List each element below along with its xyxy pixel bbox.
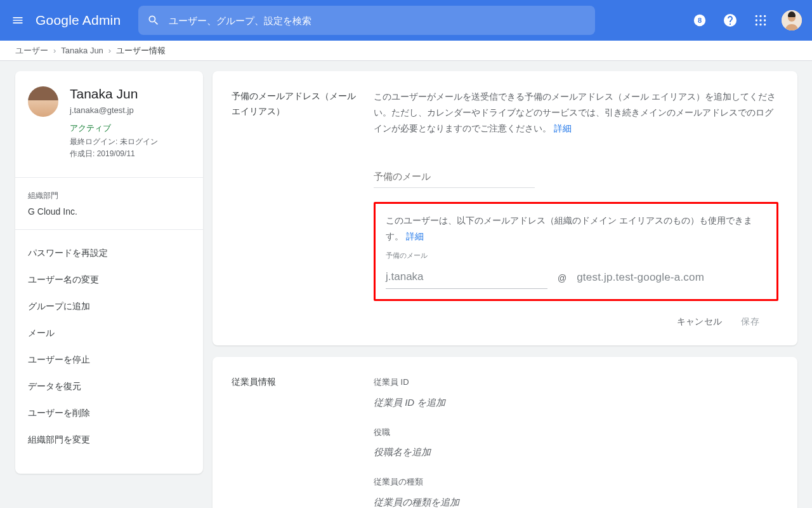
- action-rename-user[interactable]: ユーザー名の変更: [15, 267, 203, 293]
- user-email: j.tanaka@gtest.jp: [70, 105, 158, 115]
- emp-title-label: 役職: [374, 425, 778, 439]
- apps-icon[interactable]: [751, 11, 770, 30]
- svg-point-10: [764, 23, 766, 25]
- cancel-button[interactable]: キャンセル: [677, 316, 723, 328]
- action-delete-user[interactable]: ユーザーを削除: [15, 400, 203, 427]
- org-label: 組織部門: [28, 190, 190, 201]
- svg-point-6: [759, 19, 761, 21]
- side-actions: パスワードを再設定 ユーザー名の変更 グループに追加 メール ユーザーを停止 デ…: [15, 235, 203, 458]
- employee-heading: 従業員情報: [232, 375, 357, 508]
- alias-email-input[interactable]: 予備のメール: [374, 168, 535, 188]
- domain-alias-box: このユーザーは、以下のメールアドレス（組織のドメイン エイリアスのもの）も使用で…: [374, 202, 778, 302]
- svg-point-2: [756, 15, 757, 17]
- user-name: Tanaka Jun: [70, 86, 158, 102]
- action-reset-password[interactable]: パスワードを再設定: [15, 240, 203, 267]
- search-icon: [147, 14, 160, 27]
- svg-point-8: [756, 23, 757, 25]
- action-restore-data[interactable]: データを復元: [15, 373, 203, 400]
- employee-card: 従業員情報 従業員 ID 従業員 ID を追加 役職 役職名を追加 従業員の種類…: [213, 357, 797, 508]
- svg-point-4: [764, 15, 766, 17]
- emp-id-label: 従業員 ID: [374, 375, 778, 389]
- profile-avatar[interactable]: [782, 10, 802, 30]
- svg-point-7: [764, 19, 766, 21]
- emp-type-label: 従業員の種類: [374, 474, 778, 489]
- action-add-group[interactable]: グループに追加: [15, 293, 203, 320]
- alias-card: 予備のメールアドレス（メール エイリアス） このユーザーがメールを送受信できる予…: [213, 71, 797, 345]
- chevron-right-icon: ›: [53, 46, 56, 55]
- save-button[interactable]: 保存: [741, 316, 759, 328]
- action-mail[interactable]: メール: [15, 320, 203, 347]
- search-box[interactable]: [138, 6, 595, 35]
- help-icon[interactable]: [721, 11, 740, 30]
- emp-id-value[interactable]: 従業員 ID を追加: [374, 394, 778, 411]
- svg-point-5: [756, 19, 757, 21]
- emp-title-value[interactable]: 役職名を追加: [374, 443, 778, 460]
- alias-domain: gtest.jp.test-google-a.com: [577, 268, 704, 290]
- search-input[interactable]: [169, 15, 586, 26]
- emp-type-value[interactable]: 従業員の種類を追加: [374, 493, 778, 509]
- breadcrumb: ユーザー › Tanaka Jun › ユーザー情報: [0, 41, 812, 61]
- breadcrumb-item[interactable]: ユーザー: [15, 45, 48, 57]
- user-sidebar: Tanaka Jun j.tanaka@gtest.jp アクティブ 最終ログイ…: [15, 71, 203, 474]
- alias-details-link[interactable]: 詳細: [554, 123, 572, 133]
- svg-point-9: [759, 23, 761, 25]
- svg-point-3: [759, 15, 761, 17]
- domain-alias-details-link[interactable]: 詳細: [406, 231, 424, 241]
- domain-alias-desc: このユーザーは、以下のメールアドレス（組織のドメイン エイリアスのもの）も使用で…: [386, 215, 752, 241]
- app-header: Google Admin 8: [0, 0, 812, 41]
- menu-icon[interactable]: [10, 13, 25, 28]
- svg-text:8: 8: [698, 17, 702, 24]
- action-suspend-user[interactable]: ユーザーを停止: [15, 347, 203, 373]
- breadcrumb-item[interactable]: Tanaka Jun: [61, 46, 103, 55]
- action-change-org[interactable]: 組織部門を変更: [15, 427, 203, 453]
- org-value: G Cloud Inc.: [28, 206, 190, 217]
- user-created: 作成日: 2019/09/11: [70, 149, 158, 159]
- user-avatar: [28, 86, 58, 117]
- chevron-right-icon: ›: [108, 46, 111, 55]
- at-sign: @: [558, 271, 566, 289]
- account-balance-icon[interactable]: 8: [690, 11, 709, 30]
- alias-local-part[interactable]: j.tanaka: [386, 267, 547, 290]
- domain-alias-label: 予備のメール: [386, 250, 766, 262]
- breadcrumb-current: ユーザー情報: [116, 45, 166, 57]
- alias-desc: このユーザーがメールを送受信できる予備のメールアドレス（メール エイリアス）を追…: [374, 91, 776, 133]
- user-last-login: 最終ログイン: 未ログイン: [70, 137, 158, 147]
- alias-heading: 予備のメールアドレス（メール エイリアス）: [232, 89, 357, 301]
- user-status: アクティブ: [70, 123, 158, 134]
- app-logo: Google Admin: [36, 13, 121, 28]
